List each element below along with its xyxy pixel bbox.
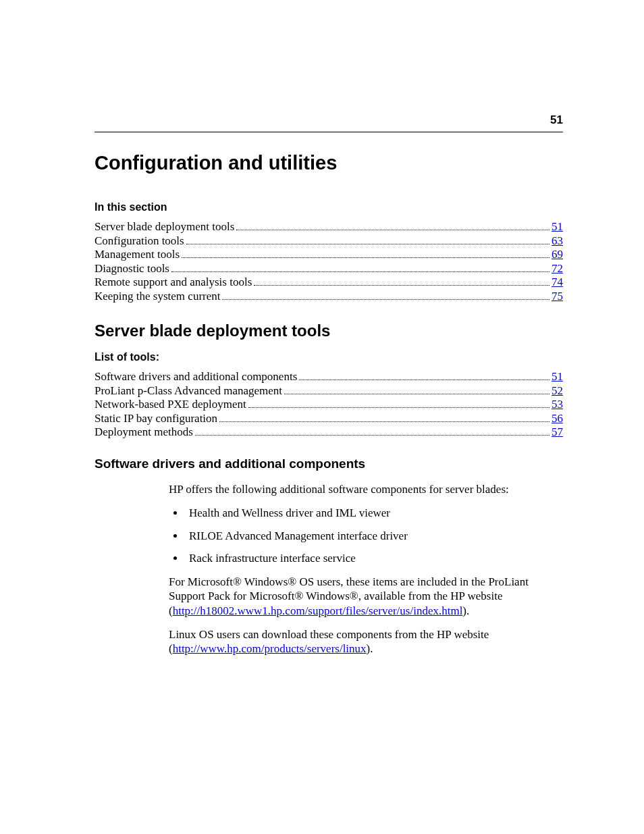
toc-row: Software drivers and additional componen… (95, 370, 563, 384)
toc-row: Management tools 69 (95, 248, 563, 261)
toc-label: Remote support and analysis tools (95, 276, 252, 289)
toc-row: ProLiant p-Class Advanced management 52 (95, 384, 563, 398)
text-span: ). (367, 642, 373, 655)
list-of-tools-label: List of tools: (95, 351, 563, 363)
toc-row: Diagnostic tools 72 (95, 262, 563, 276)
toc-label: Keeping the system current (95, 290, 220, 303)
toc-dots (236, 230, 549, 230)
toc-label: Software drivers and additional componen… (95, 370, 297, 384)
windows-paragraph: For Microsoft® Windows® OS users, these … (169, 575, 563, 618)
text-span: ). (462, 604, 469, 617)
section-heading: Server blade deployment tools (95, 321, 563, 340)
header-rule (95, 132, 563, 132)
toc-label: Configuration tools (95, 234, 184, 248)
toc-page-link[interactable]: 57 (552, 425, 563, 439)
toc-label: Deployment methods (95, 425, 193, 439)
section-toc: Server blade deployment tools 51 Configu… (95, 220, 563, 303)
toc-page-link[interactable]: 56 (552, 412, 563, 425)
toc-label: ProLiant p-Class Advanced management (95, 384, 282, 398)
toc-label: Network-based PXE deployment (95, 398, 246, 411)
in-this-section-label: In this section (95, 201, 563, 213)
toc-row: Remote support and analysis tools 74 (95, 276, 563, 289)
toc-dots (284, 394, 549, 394)
toc-dots (186, 244, 549, 244)
toc-dots (299, 380, 549, 380)
toc-page-link[interactable]: 69 (552, 248, 563, 261)
intro-paragraph: HP offers the following additional softw… (169, 482, 563, 496)
hp-support-link[interactable]: http://h18002.www1.hp.com/support/files/… (173, 604, 463, 617)
hp-linux-link[interactable]: http://www.hp.com/products/servers/linux (173, 642, 367, 655)
toc-row: Network-based PXE deployment 53 (95, 398, 563, 411)
list-item: Health and Wellness driver and IML viewe… (185, 506, 563, 520)
toc-dots (182, 257, 549, 258)
toc-label: Diagnostic tools (95, 262, 169, 276)
toc-label: Static IP bay configuration (95, 412, 217, 425)
page-title: Configuration and utilities (95, 152, 563, 174)
body-content: HP offers the following additional softw… (169, 482, 563, 656)
toc-page-link[interactable]: 63 (552, 234, 563, 248)
tools-toc: Software drivers and additional componen… (95, 370, 563, 439)
page: 51 Configuration and utilities In this s… (0, 0, 644, 834)
list-item: RILOE Advanced Management interface driv… (185, 529, 563, 543)
toc-page-link[interactable]: 72 (552, 262, 563, 276)
toc-label: Server blade deployment tools (95, 220, 234, 234)
toc-dots (219, 421, 549, 422)
toc-dots (171, 271, 549, 272)
toc-row: Configuration tools 63 (95, 234, 563, 248)
toc-dots (222, 299, 549, 300)
toc-page-link[interactable]: 51 (552, 370, 563, 384)
toc-page-link[interactable]: 52 (552, 384, 563, 398)
toc-row: Server blade deployment tools 51 (95, 220, 563, 234)
toc-label: Management tools (95, 248, 180, 261)
list-item: Rack infrastructure interface service (185, 551, 563, 565)
toc-row: Static IP bay configuration 56 (95, 412, 563, 425)
toc-page-link[interactable]: 74 (552, 276, 563, 289)
components-list: Health and Wellness driver and IML viewe… (169, 506, 563, 565)
linux-paragraph: Linux OS users can download these compon… (169, 627, 563, 656)
toc-dots (254, 285, 549, 286)
subsection-heading: Software drivers and additional componen… (95, 457, 563, 471)
toc-page-link[interactable]: 51 (552, 220, 563, 234)
toc-dots (248, 407, 549, 408)
toc-row: Keeping the system current 75 (95, 290, 563, 303)
toc-dots (195, 435, 549, 436)
page-number: 51 (550, 113, 563, 127)
toc-page-link[interactable]: 53 (552, 398, 563, 411)
toc-page-link[interactable]: 75 (552, 290, 563, 303)
toc-row: Deployment methods 57 (95, 425, 563, 439)
